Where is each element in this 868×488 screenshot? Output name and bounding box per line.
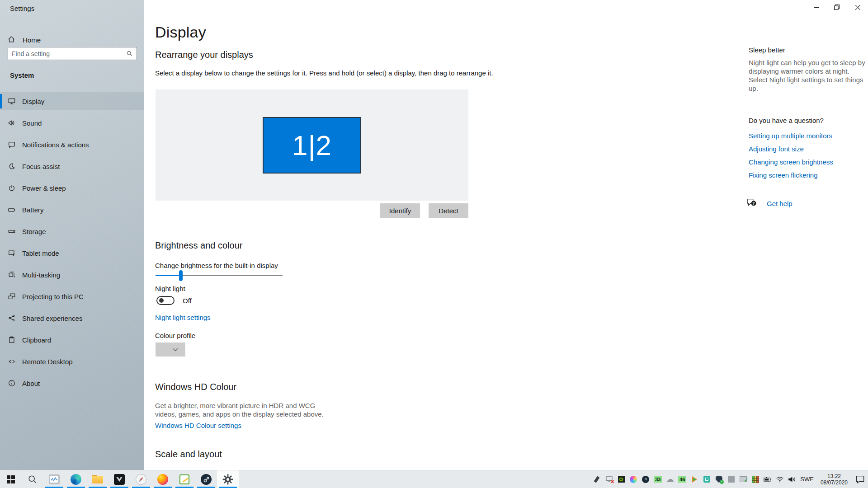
sidebar-item-clipboard[interactable]: Clipboard bbox=[0, 331, 144, 349]
battery-icon bbox=[7, 206, 16, 214]
sidebar-item-focus-assist[interactable]: Focus assist bbox=[0, 157, 144, 175]
link-screen-brightness[interactable]: Changing screen brightness bbox=[749, 158, 833, 166]
sidebar-item-battery[interactable]: Battery bbox=[0, 201, 144, 219]
taskbar-search-button[interactable] bbox=[22, 470, 43, 488]
sidebar-item-display[interactable]: Display bbox=[0, 92, 144, 110]
sidebar-item-power-sleep[interactable]: Power & sleep bbox=[0, 179, 144, 197]
device-error-icon[interactable]: ✕ bbox=[605, 475, 613, 483]
sidebar-item-tablet-mode[interactable]: Tablet mode bbox=[0, 244, 144, 262]
identify-button[interactable]: Identify bbox=[380, 203, 420, 218]
gpu-temp-badge[interactable]: 33 bbox=[654, 476, 662, 483]
search-icon[interactable] bbox=[126, 50, 133, 57]
home-label: Home bbox=[23, 36, 41, 44]
sidebar-item-home[interactable]: Home bbox=[7, 32, 138, 48]
night-light-state: Off bbox=[183, 297, 192, 305]
nvidia-settings-icon[interactable] bbox=[617, 475, 625, 483]
link-screen-flickering[interactable]: Fixing screen flickering bbox=[749, 171, 833, 179]
clipboard-icon bbox=[7, 336, 16, 344]
system-tray: ✕ 33 ☁ 46 ✓ ✓ SWE 13:22 08/07/2020 bbox=[593, 470, 868, 488]
search-icon bbox=[28, 474, 38, 484]
taskbar-steam-icon[interactable] bbox=[195, 470, 217, 488]
taskbar-compass-icon[interactable] bbox=[130, 470, 152, 488]
settings-window: Settings Home System Display bbox=[0, 0, 868, 470]
sidebar-item-remote-desktop[interactable]: Remote Desktop bbox=[0, 352, 144, 371]
sidebar-item-shared-experiences[interactable]: Shared experiences bbox=[0, 309, 144, 327]
close-button[interactable] bbox=[847, 0, 868, 14]
sidebar-item-storage[interactable]: Storage bbox=[0, 222, 144, 240]
chevron-down-icon bbox=[173, 348, 178, 352]
page-title: Display bbox=[155, 23, 206, 41]
tray-app-icon[interactable] bbox=[727, 475, 735, 483]
color-wheel-icon[interactable] bbox=[629, 475, 637, 483]
taskbar-predator-icon[interactable] bbox=[108, 470, 130, 488]
power-icon bbox=[7, 184, 16, 192]
sidebar-section-header: System bbox=[10, 71, 34, 79]
taskbar-settings-icon[interactable] bbox=[217, 470, 239, 488]
sleep-better-text: Night light can help you get to sleep by… bbox=[749, 58, 867, 93]
start-button[interactable] bbox=[0, 470, 22, 488]
volume-icon[interactable] bbox=[788, 475, 796, 483]
rearrange-heading: Rearrange your displays bbox=[155, 50, 253, 60]
brightness-slider[interactable] bbox=[156, 270, 283, 281]
window-controls bbox=[806, 0, 868, 14]
sidebar-item-multitasking[interactable]: Multi-tasking bbox=[0, 266, 144, 284]
get-help-link[interactable]: Get help bbox=[767, 200, 793, 207]
sidebar-item-projecting[interactable]: Projecting to this PC bbox=[0, 287, 144, 305]
action-center-icon[interactable] bbox=[854, 475, 865, 483]
wifi-icon[interactable] bbox=[776, 475, 784, 483]
hd-colour-settings-link[interactable]: Windows HD Colour settings bbox=[155, 422, 241, 429]
taskbar-file-explorer-icon[interactable] bbox=[87, 470, 108, 488]
night-light-row: Off bbox=[156, 296, 192, 305]
taskbar-firefox-icon[interactable] bbox=[152, 470, 174, 488]
hd-colour-heading: Windows HD Colour bbox=[155, 382, 236, 392]
colour-profile-label: Colour profile bbox=[155, 332, 195, 339]
question-heading: Do you have a question? bbox=[749, 117, 824, 124]
monitor-1-2[interactable]: 1|2 bbox=[263, 117, 361, 174]
restore-button[interactable] bbox=[826, 0, 847, 14]
colour-profile-dropdown[interactable] bbox=[156, 343, 185, 357]
hwmonitor-grid-icon[interactable] bbox=[751, 475, 760, 483]
windows-logo-icon bbox=[7, 475, 15, 483]
help-links: Setting up multiple monitors Adjusting f… bbox=[749, 132, 833, 179]
capture-tool-icon[interactable] bbox=[703, 475, 711, 483]
link-font-size[interactable]: Adjusting font size bbox=[749, 145, 833, 153]
sidebar-item-sound[interactable]: Sound bbox=[0, 114, 144, 132]
sidebar-item-notifications[interactable]: Notifications & actions bbox=[0, 136, 144, 154]
slider-fill bbox=[156, 275, 181, 276]
sidebar: Settings Home System Display bbox=[0, 0, 144, 470]
notifications-icon bbox=[7, 141, 16, 149]
get-help-row[interactable]: ? Get help bbox=[747, 198, 793, 209]
link-multiple-monitors[interactable]: Setting up multiple monitors bbox=[749, 132, 833, 140]
sound-icon bbox=[7, 119, 16, 127]
afterburner-icon[interactable] bbox=[690, 475, 698, 483]
sidebar-item-about[interactable]: About bbox=[0, 374, 144, 392]
night-light-label: Night light bbox=[155, 285, 185, 292]
usb-device-icon[interactable] bbox=[593, 475, 601, 483]
projecting-icon bbox=[7, 292, 16, 300]
home-icon bbox=[7, 35, 15, 45]
taskbar-edge-icon[interactable] bbox=[65, 470, 87, 488]
steam-tray-icon[interactable] bbox=[642, 475, 650, 483]
search-box[interactable] bbox=[8, 47, 137, 60]
brightness-slider-label: Change brightness for the built-in displ… bbox=[155, 262, 278, 269]
minimize-button[interactable] bbox=[806, 0, 826, 14]
display-preview-area: 1|2 bbox=[156, 89, 468, 201]
night-light-toggle[interactable] bbox=[156, 296, 175, 305]
detect-button[interactable]: Detect bbox=[429, 203, 468, 218]
cpu-temp-badge[interactable]: 46 bbox=[678, 476, 686, 483]
taskbar-hardware-monitor-icon[interactable] bbox=[43, 470, 65, 488]
language-indicator[interactable]: SWE bbox=[800, 476, 814, 483]
taskbar-notepad-plus-plus-icon[interactable] bbox=[174, 470, 195, 488]
sidebar-nav: Display Sound Notifications & actions Fo… bbox=[0, 92, 144, 396]
windows-security-icon[interactable]: ✓ bbox=[715, 475, 723, 483]
focus-assist-icon bbox=[7, 162, 16, 170]
taskbar-clock[interactable]: 13:22 08/07/2020 bbox=[818, 473, 850, 486]
onedrive-cloud-icon[interactable]: ☁ bbox=[666, 475, 674, 483]
svg-text:?: ? bbox=[753, 202, 755, 206]
search-input[interactable] bbox=[8, 50, 126, 57]
battery-icon[interactable] bbox=[764, 475, 772, 483]
slider-thumb[interactable] bbox=[179, 270, 183, 281]
gear-icon bbox=[222, 474, 234, 485]
night-light-settings-link[interactable]: Night light settings bbox=[155, 314, 211, 321]
backup-sync-icon[interactable]: ✓ bbox=[739, 475, 747, 483]
